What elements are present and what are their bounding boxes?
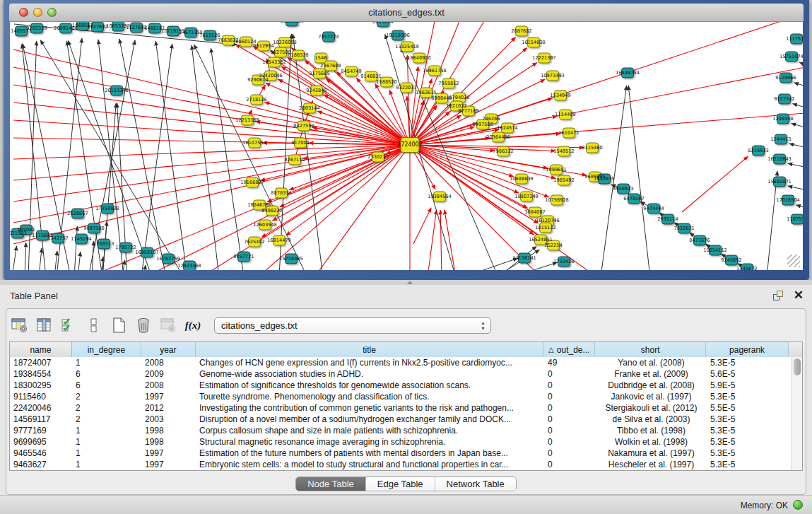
graph-edge[interactable] — [13, 145, 410, 244]
graph-edge[interactable] — [799, 62, 803, 67]
graph-edge[interactable] — [25, 243, 26, 270]
column-header-title[interactable]: title — [196, 342, 544, 357]
graph-edge[interactable] — [13, 67, 410, 145]
tab-node-table[interactable]: Node Table — [296, 477, 366, 491]
table-row[interactable]: 946362711997Embryonic stem cells: a mode… — [10, 459, 802, 470]
table-row[interactable]: 2242004622012Investigating the contribut… — [10, 402, 802, 414]
column-header-label: out_de... — [557, 345, 590, 355]
column-header-in_degree[interactable]: in_degree — [72, 342, 141, 357]
close-icon[interactable]: ✕ — [794, 290, 804, 301]
column-header-year[interactable]: year — [141, 342, 196, 357]
graph-edge[interactable] — [141, 44, 172, 270]
graph-node-label: 10688639 — [510, 176, 534, 182]
table-selector-dropdown[interactable]: citations_edges.txt ▲▼ — [214, 317, 491, 334]
splitter-handle-icon[interactable] — [407, 281, 413, 284]
scrollbar-thumb[interactable] — [794, 358, 801, 375]
graph-edge[interactable] — [445, 210, 456, 270]
table-row[interactable]: 911546021997Tourette syndrome. Phenomeno… — [10, 391, 802, 402]
cell-pagerank: 5.3E-5 — [707, 414, 789, 424]
float-window-icon[interactable] — [772, 290, 784, 301]
column-settings-icon[interactable] — [11, 316, 29, 334]
table-row[interactable]: 969969511998Structural magnetic resonanc… — [10, 436, 802, 448]
network-canvas[interactable]: 7663822986012496129541822605898275081654… — [10, 22, 803, 270]
graph-edge[interactable] — [682, 156, 748, 212]
graph-edge[interactable] — [410, 145, 597, 270]
cell-short: Stergiakouli et al. (2012) — [596, 403, 707, 413]
graph-edge[interactable] — [796, 205, 803, 209]
delete-rows-icon[interactable] — [134, 316, 153, 334]
cell-title: Corpus callosum shape and size in male p… — [196, 426, 544, 436]
graph-edge[interactable] — [413, 208, 431, 244]
graph-edge[interactable] — [788, 186, 803, 191]
graph-edge[interactable] — [410, 113, 803, 145]
column-header-pagerank[interactable]: pagerank — [706, 342, 789, 357]
graph-edge[interactable] — [74, 226, 77, 270]
table-scrollbar[interactable] — [792, 357, 802, 471]
graph-edge[interactable] — [78, 252, 81, 270]
canvas-resize-grip[interactable] — [787, 255, 800, 267]
tab-edge-table[interactable]: Edge Table — [366, 477, 435, 491]
column-header-label: year — [160, 345, 176, 355]
graph-node-label: 8498222 — [261, 208, 282, 214]
graph-node-label: 18226058 — [273, 40, 297, 45]
graph-edge[interactable] — [143, 265, 146, 270]
table-row[interactable]: 1456911722003Disruption of a novel membe… — [10, 414, 802, 425]
graph-edge[interactable] — [512, 262, 558, 270]
table-row[interactable]: 1872400712008Changes of HCN gene express… — [10, 357, 802, 368]
graph-edge[interactable] — [792, 124, 803, 129]
graph-node-label: 12603948 — [253, 222, 277, 228]
table-row[interactable]: 1938455462009Genome-wide association stu… — [10, 368, 802, 380]
graph-node-label: 3175685 — [309, 71, 329, 76]
table-row[interactable]: 977716911998Corpus callosum shape and si… — [10, 425, 802, 436]
graph-edge[interactable] — [410, 22, 781, 145]
network-window-titlebar[interactable]: citations_edges.txt — [9, 4, 804, 22]
graph-node-label: 19166827 — [240, 180, 264, 185]
column-header-label: pagerank — [729, 345, 765, 355]
graph-edge[interactable] — [201, 145, 410, 270]
graph-node-label: 9097588 — [83, 226, 104, 231]
show-columns-icon[interactable] — [35, 316, 54, 334]
function-builder-icon[interactable]: f(x) — [184, 316, 202, 334]
panel-splitter[interactable] — [0, 280, 812, 285]
column-header-short[interactable]: short — [595, 342, 706, 357]
graph-edge[interactable] — [794, 83, 803, 88]
cell-in_degree: 1 — [72, 358, 141, 368]
cell-in_degree: 1 — [72, 448, 141, 458]
memory-status-icon[interactable] — [793, 500, 803, 510]
graph-node-label: 6497568 — [472, 122, 493, 127]
graph-edge[interactable] — [155, 41, 187, 270]
cell-title: Disruption of a novel member of a sodium… — [196, 414, 544, 424]
graph-node-label: 1250513 — [93, 241, 114, 247]
graph-edge[interactable] — [789, 144, 803, 148]
graph-edge[interactable] — [39, 248, 42, 270]
cell-in_degree: 2 — [72, 403, 141, 413]
cell-out_degree: 0 — [544, 380, 596, 390]
column-header-name[interactable]: name — [10, 342, 72, 357]
graph-edge[interactable] — [410, 145, 549, 197]
row-height-icon[interactable] — [85, 316, 103, 334]
graph-node-label: 1588520 — [376, 79, 396, 85]
graph-node-label: 6794028 — [449, 95, 469, 100]
cell-short: Jankovic et al. (1997) — [596, 392, 707, 402]
graph-edge[interactable] — [628, 86, 650, 270]
cell-out_degree: 0 — [544, 437, 596, 447]
graph-edge[interactable] — [192, 45, 219, 270]
graph-node-label: 2620657 — [67, 211, 88, 216]
node-table: namein_degreeyeartitle△out_de...shortpag… — [9, 341, 803, 471]
graph-node-label: 15716485 — [279, 256, 303, 262]
graph-edge[interactable] — [12, 246, 17, 270]
select-rows-icon[interactable] — [60, 316, 78, 334]
table-row[interactable]: 946554611997Estimation of the future num… — [10, 448, 802, 459]
graph-edge[interactable] — [440, 210, 442, 270]
graph-edge[interactable] — [788, 163, 803, 168]
table-row[interactable]: 1830029562008Estimation of significance … — [10, 380, 802, 391]
graph-edge[interactable] — [54, 251, 57, 270]
graph-edge[interactable] — [211, 48, 244, 270]
column-header-out_degree[interactable]: △out_de... — [543, 342, 595, 357]
tab-network-table[interactable]: Network Table — [435, 477, 516, 491]
graph-edge[interactable] — [793, 104, 803, 109]
graph-edge[interactable] — [428, 210, 437, 270]
new-table-icon[interactable] — [110, 316, 128, 334]
graph-node-label: 8427552 — [293, 123, 314, 129]
cell-year: 2008 — [141, 380, 196, 390]
